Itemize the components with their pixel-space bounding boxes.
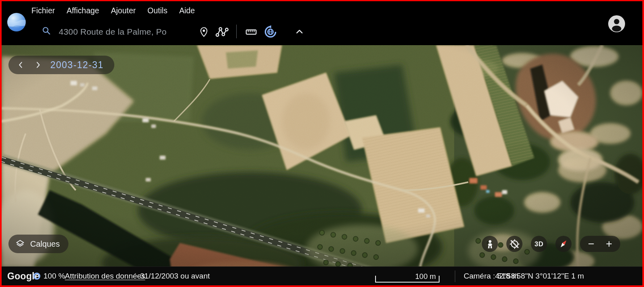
- my-location-off-icon: [509, 239, 520, 250]
- historical-date-badge[interactable]: 2003-12-31: [8, 56, 114, 74]
- map-viewport[interactable]: 2003-12-31 Calques: [2, 45, 642, 266]
- top-toolbar: Fichier Affichage Ajouter Outils Aide: [2, 1, 642, 45]
- my-location-button[interactable]: [506, 236, 522, 252]
- 3d-toggle-button[interactable]: 3D: [531, 236, 547, 252]
- 3d-toggle-label: 3D: [535, 240, 543, 248]
- statusbar-divider: [455, 270, 455, 282]
- compass-icon: [558, 238, 569, 250]
- search-bar: [42, 23, 188, 40]
- scale-label: 100 m: [415, 272, 436, 281]
- imagery-date-status: 31/12/2003 ou avant: [140, 272, 210, 281]
- menu-affichage[interactable]: Affichage: [67, 4, 99, 17]
- zoom-ring-icon: [33, 272, 41, 281]
- layers-icon: [15, 239, 25, 249]
- menubar: Fichier Affichage Ajouter Outils Aide: [31, 4, 195, 17]
- zoom-control: − +: [580, 236, 620, 252]
- pegman-button[interactable]: [482, 236, 498, 252]
- compass-button[interactable]: [555, 236, 572, 252]
- coordinates-label: 42°58'58"N 3°01'12"E 1 m: [495, 272, 584, 281]
- placemark-pin-icon[interactable]: [196, 25, 211, 39]
- street-view-pegman-icon: [485, 239, 495, 249]
- menu-fichier[interactable]: Fichier: [31, 4, 55, 17]
- data-attribution-link[interactable]: Attribution des données: [65, 272, 145, 281]
- historical-imagery-icon[interactable]: [263, 25, 278, 39]
- imagery-date-label: 2003-12-31: [50, 60, 104, 71]
- previous-date-button[interactable]: [14, 58, 28, 72]
- map-scale-bar: 100 m: [375, 276, 440, 283]
- google-earth-logo-icon[interactable]: [6, 12, 27, 32]
- map-controls: 3D − +: [482, 236, 620, 252]
- status-bar: Google 100 % Attribution des données 31/…: [2, 266, 642, 285]
- menu-ajouter[interactable]: Ajouter: [111, 4, 136, 17]
- satellite-imagery[interactable]: [2, 45, 642, 266]
- zoom-out-button[interactable]: −: [586, 237, 597, 251]
- toolbar-divider: [236, 25, 237, 38]
- next-date-button[interactable]: [31, 58, 45, 72]
- account-avatar-icon[interactable]: [608, 15, 625, 33]
- zoom-in-button[interactable]: +: [603, 237, 615, 251]
- search-icon: [42, 26, 52, 37]
- menu-outils[interactable]: Outils: [147, 4, 167, 17]
- layers-button[interactable]: Calques: [8, 235, 68, 253]
- menu-aide[interactable]: Aide: [179, 4, 195, 17]
- chevron-up-icon[interactable]: [292, 25, 307, 39]
- search-input[interactable]: [59, 27, 188, 37]
- google-earth-window: Fichier Affichage Ajouter Outils Aide: [0, 0, 644, 287]
- measure-ruler-icon[interactable]: [244, 25, 258, 39]
- zoom-percent-label: 100 %: [43, 272, 65, 281]
- draw-path-icon[interactable]: [215, 25, 229, 39]
- layers-button-label: Calques: [30, 239, 60, 249]
